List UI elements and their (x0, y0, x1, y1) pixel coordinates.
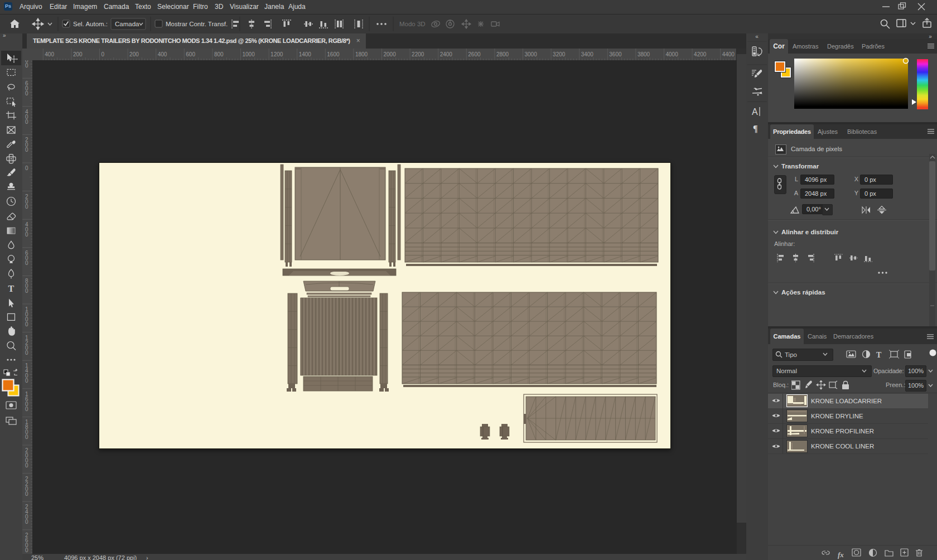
svg-text:0: 0 (25, 62, 28, 69)
svg-text:400: 400 (158, 51, 167, 57)
svg-text:2000: 2000 (384, 51, 397, 57)
svg-text:0: 0 (25, 231, 28, 238)
svg-text:Mostrar Contr. Transf.: Mostrar Contr. Transf. (166, 21, 228, 27)
svg-text:0: 0 (25, 165, 28, 171)
svg-text:0: 0 (25, 350, 28, 356)
svg-text:200: 200 (73, 51, 83, 57)
svg-text:800: 800 (214, 51, 224, 57)
svg-text:400: 400 (45, 51, 54, 57)
svg-text:Sel. Autom.:: Sel. Autom.: (73, 21, 108, 27)
svg-text:Camada: Camada (115, 21, 139, 27)
svg-text:0: 0 (25, 547, 28, 553)
svg-text:0: 0 (25, 288, 28, 294)
svg-text:0: 0 (25, 434, 28, 440)
svg-text:600: 600 (186, 51, 195, 57)
svg-text:3000: 3000 (525, 51, 538, 57)
svg-text:Modo 3D: Modo 3D (399, 21, 426, 27)
svg-text:0: 0 (25, 491, 28, 497)
svg-text:0: 0 (25, 90, 28, 96)
svg-text:0: 0 (25, 519, 28, 525)
svg-text:4000: 4000 (666, 51, 679, 57)
svg-text:A: A (752, 107, 758, 117)
svg-text:3400: 3400 (581, 51, 594, 57)
svg-text:3200: 3200 (553, 51, 566, 57)
svg-text:0: 0 (25, 321, 28, 327)
svg-text:0: 0 (25, 378, 28, 384)
svg-text:4400: 4400 (722, 51, 735, 57)
svg-text:2800: 2800 (496, 51, 509, 57)
svg-text:1200: 1200 (271, 51, 283, 57)
svg-text:¶: ¶ (753, 124, 758, 133)
svg-text:2200: 2200 (412, 51, 424, 57)
svg-text:0: 0 (102, 51, 105, 57)
svg-text:1800: 1800 (355, 51, 368, 57)
svg-text:2400: 2400 (440, 51, 453, 57)
svg-text:4200: 4200 (694, 51, 707, 57)
svg-text:T: T (876, 351, 882, 359)
svg-text:fx: fx (838, 551, 844, 559)
svg-text:0: 0 (25, 260, 28, 266)
svg-text:0: 0 (25, 204, 28, 210)
svg-text:200: 200 (129, 51, 139, 57)
svg-text:T: T (8, 284, 15, 293)
svg-text:3600: 3600 (609, 51, 622, 57)
svg-text:0: 0 (25, 147, 28, 153)
svg-text:1400: 1400 (299, 51, 312, 57)
svg-text:0: 0 (25, 462, 28, 469)
svg-text:1000: 1000 (243, 51, 255, 57)
svg-text:2600: 2600 (468, 51, 481, 57)
svg-text:1600: 1600 (327, 51, 340, 57)
svg-text:3800: 3800 (637, 51, 650, 57)
svg-text:0: 0 (25, 119, 28, 125)
svg-text:0: 0 (25, 406, 28, 412)
